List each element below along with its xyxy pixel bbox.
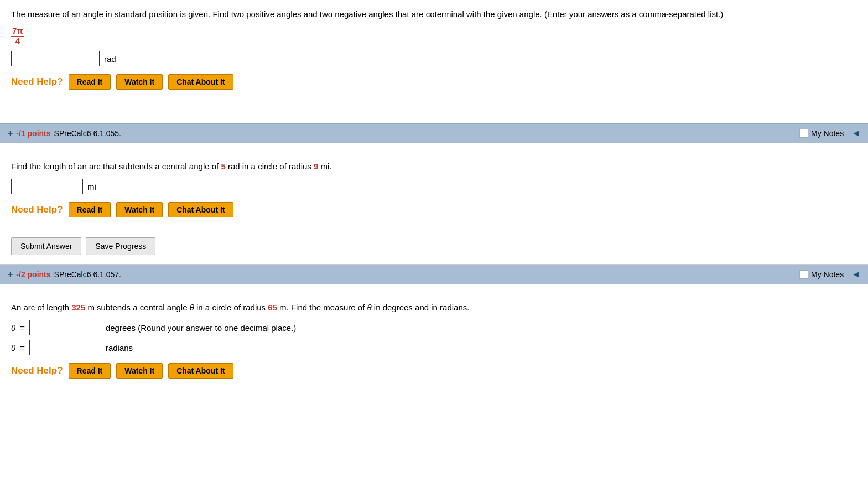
section2-my-notes-button[interactable]: My Notes	[799, 129, 844, 138]
section3-theta-label-deg: θ	[11, 323, 15, 333]
s3-radius: 65	[268, 303, 277, 312]
s3-eq1: =	[20, 323, 25, 333]
section3-need-help-label: Need Help?	[11, 365, 63, 376]
section3-chat-about-button[interactable]: Chat About It	[168, 363, 233, 379]
section2-header: + -/1 points SPreCalc6 6.1.055. My Notes…	[0, 123, 868, 143]
section3-need-help: Need Help? Read It Watch It Chat About I…	[11, 363, 857, 379]
s3-eq2: =	[20, 343, 25, 353]
s3-text-mid: m subtends a central angle	[85, 303, 189, 312]
section2-my-notes-label: My Notes	[811, 129, 844, 138]
section2-expand-button[interactable]: ◄	[851, 128, 860, 138]
notes-icon-3	[799, 270, 808, 279]
section2-answer-input[interactable]	[11, 179, 83, 194]
s2-text-before: Find the length of an arc that subtends …	[11, 162, 221, 171]
s2-central-angle: 5	[221, 162, 225, 171]
section3-read-it-button[interactable]: Read It	[69, 363, 111, 379]
notes-icon	[799, 129, 808, 138]
top-question-section: The measure of an angle in standard posi…	[0, 0, 868, 101]
s2-text-mid: rad in a circle of radius	[226, 162, 314, 171]
section3-radians-input[interactable]	[29, 340, 101, 355]
top-watch-it-button[interactable]: Watch It	[116, 74, 163, 90]
section2-plus-button[interactable]: +	[8, 128, 13, 138]
submit-answer-button[interactable]: Submit Answer	[11, 237, 81, 255]
section2-header-right: My Notes ◄	[799, 128, 860, 138]
fraction-numerator: 7π	[11, 27, 24, 37]
s3-text-after: m. Find the measure of	[277, 303, 367, 312]
s3-text-mid2: in a circle of radius	[194, 303, 268, 312]
top-read-it-button[interactable]: Read It	[69, 74, 111, 90]
fraction-display: 7π 4	[11, 27, 857, 45]
section2-points: -/1 points	[16, 129, 50, 138]
section3-theta-label-rad: θ	[11, 343, 15, 353]
section3-problem-text: An arc of length 325 m subtends a centra…	[11, 301, 857, 314]
section2-content: Find the length of an arc that subtends …	[0, 143, 868, 229]
s3-arc-length: 325	[71, 303, 85, 312]
top-answer-row: rad	[11, 51, 857, 66]
s3-theta1: θ	[190, 303, 194, 312]
section3-watch-it-button[interactable]: Watch It	[116, 363, 163, 379]
s3-theta2: θ	[367, 303, 372, 312]
angle-fraction: 7π 4	[11, 27, 24, 45]
question-intro-text: The measure of an angle in standard posi…	[11, 8, 857, 21]
s2-text-after: mi.	[318, 162, 331, 171]
spacer	[0, 101, 868, 123]
section3-degrees-label: degrees (Round your answer to one decima…	[106, 323, 296, 333]
section2-chat-about-button[interactable]: Chat About It	[168, 202, 233, 217]
top-need-help: Need Help? Read It Watch It Chat About I…	[11, 74, 857, 90]
s3-text-before: An arc of length	[11, 303, 71, 312]
section3-my-notes-label: My Notes	[811, 270, 844, 279]
fraction-denominator: 4	[14, 37, 21, 46]
top-unit-label: rad	[104, 54, 116, 64]
section3-content: An arc of length 325 m subtends a centra…	[0, 284, 868, 390]
section2-need-help-label: Need Help?	[11, 204, 63, 215]
section3-degrees-input[interactable]	[29, 320, 101, 335]
section3-expand-button[interactable]: ◄	[851, 269, 860, 279]
section3-degrees-row: θ = degrees (Round your answer to one de…	[11, 320, 857, 335]
section3-header: + -/2 points SPreCalc6 6.1.057. My Notes…	[0, 265, 868, 284]
section2-unit-label: mi	[87, 182, 96, 191]
section3-my-notes-button[interactable]: My Notes	[799, 270, 844, 279]
section3-points: -/2 points	[16, 270, 50, 279]
section3-header-right: My Notes ◄	[799, 269, 860, 279]
section2-read-it-button[interactable]: Read It	[69, 202, 111, 217]
section3-plus-button[interactable]: +	[8, 269, 13, 279]
section2-watch-it-button[interactable]: Watch It	[116, 202, 163, 217]
section2-problem-text: Find the length of an arc that subtends …	[11, 160, 857, 173]
section2-problem-id: SPreCalc6 6.1.055.	[54, 129, 121, 138]
section2-answer-row: mi	[11, 179, 857, 194]
section3-radians-label: radians	[106, 343, 133, 353]
submit-row: Submit Answer Save Progress	[11, 237, 857, 255]
top-need-help-label: Need Help?	[11, 76, 63, 87]
top-answer-input[interactable]	[11, 51, 100, 66]
section2-need-help: Need Help? Read It Watch It Chat About I…	[11, 202, 857, 217]
section2-header-left: + -/1 points SPreCalc6 6.1.055.	[8, 128, 121, 138]
section3-header-left: + -/2 points SPreCalc6 6.1.057.	[8, 269, 121, 279]
top-chat-about-button[interactable]: Chat About It	[168, 74, 233, 90]
section3-radians-row: θ = radians	[11, 340, 857, 355]
save-progress-button[interactable]: Save Progress	[86, 237, 155, 255]
s3-text-end: in degrees and in radians.	[372, 303, 470, 312]
section3-problem-id: SPreCalc6 6.1.057.	[54, 270, 121, 279]
